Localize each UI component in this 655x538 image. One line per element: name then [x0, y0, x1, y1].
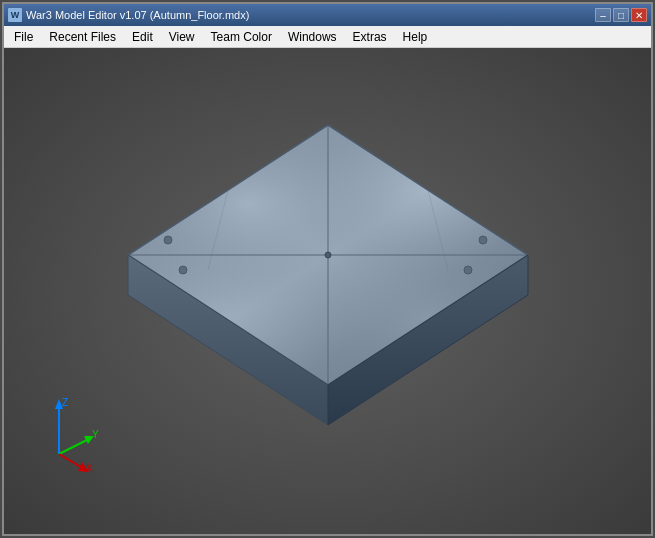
title-buttons: – □ ✕: [595, 8, 647, 22]
floor-model: [118, 115, 538, 435]
minimize-button[interactable]: –: [595, 8, 611, 22]
title-bar-left: W War3 Model Editor v1.07 (Autumn_Floor.…: [8, 8, 249, 22]
svg-text:X: X: [86, 463, 93, 474]
maximize-button[interactable]: □: [613, 8, 629, 22]
coordinate-axes: Z Y X: [34, 394, 114, 474]
svg-point-11: [179, 266, 187, 274]
menu-file[interactable]: File: [6, 26, 41, 47]
svg-text:Y: Y: [92, 429, 99, 440]
menu-view[interactable]: View: [161, 26, 203, 47]
menu-bar: File Recent Files Edit View Team Color W…: [4, 26, 651, 48]
menu-extras[interactable]: Extras: [345, 26, 395, 47]
svg-text:Z: Z: [62, 397, 68, 408]
window-title: War3 Model Editor v1.07 (Autumn_Floor.md…: [26, 9, 249, 21]
menu-windows[interactable]: Windows: [280, 26, 345, 47]
menu-team-color[interactable]: Team Color: [203, 26, 280, 47]
svg-point-13: [325, 252, 331, 258]
svg-point-10: [479, 236, 487, 244]
close-button[interactable]: ✕: [631, 8, 647, 22]
3d-scene: Z Y X: [4, 48, 651, 534]
menu-help[interactable]: Help: [395, 26, 436, 47]
menu-recent-files[interactable]: Recent Files: [41, 26, 124, 47]
svg-point-12: [464, 266, 472, 274]
svg-line-19: [59, 439, 89, 454]
viewport[interactable]: Z Y X: [4, 48, 651, 534]
svg-point-9: [164, 236, 172, 244]
menu-edit[interactable]: Edit: [124, 26, 161, 47]
main-window: W War3 Model Editor v1.07 (Autumn_Floor.…: [2, 2, 653, 536]
title-bar: W War3 Model Editor v1.07 (Autumn_Floor.…: [4, 4, 651, 26]
app-icon: W: [8, 8, 22, 22]
